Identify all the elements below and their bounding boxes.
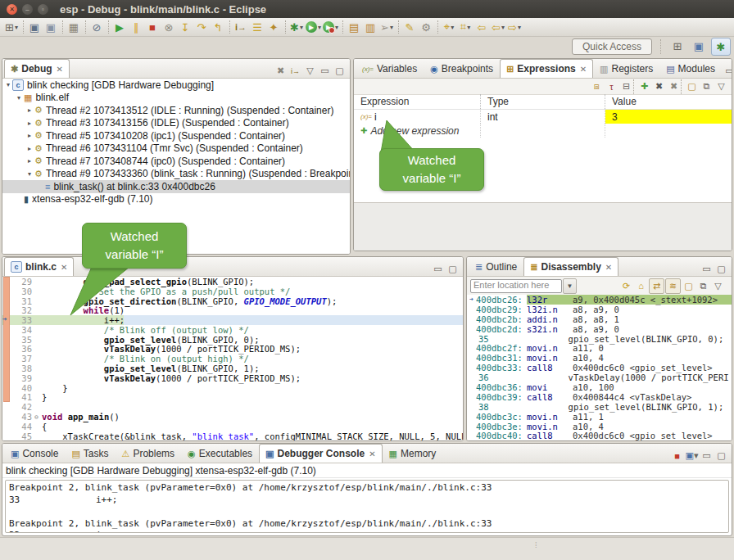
- display-console-button[interactable]: ▣▾: [685, 449, 699, 463]
- expression-name-cell[interactable]: (x)=i: [354, 110, 481, 124]
- disassembly-line[interactable]: 35 gpio_set_level(BLINK_GPIO, 0);: [467, 334, 732, 344]
- refresh-button[interactable]: ⟳: [619, 279, 633, 293]
- code-line-41[interactable]: 41}: [2, 393, 463, 403]
- tab-executables[interactable]: ◉Executables: [181, 444, 259, 463]
- tab-blink-c[interactable]: c blink.c ✕: [4, 257, 74, 276]
- cpp-perspective-button[interactable]: ▣: [690, 38, 708, 54]
- remove-all-terminated-button[interactable]: ✖: [274, 64, 288, 78]
- minimize-button[interactable]: ▭: [700, 262, 714, 276]
- expression-detail-pane[interactable]: [354, 202, 732, 251]
- disassembly-line[interactable]: ➜400dbc26:l32ra9, 0x400d045c <_stext+109…: [467, 295, 732, 305]
- debug-tree-item[interactable]: ≡blink_task() at blink.c:33 0x400dbc26: [2, 180, 350, 193]
- step-over-button[interactable]: ↷: [194, 20, 209, 34]
- code-line-39[interactable]: 39 vTaskDelay(1000 / portTICK_PERIOD_MS)…: [2, 373, 463, 383]
- tab-debug[interactable]: ✱ Debug ✕: [4, 59, 70, 78]
- dropdown-arrow-icon[interactable]: ▾: [467, 24, 470, 31]
- maximize-button[interactable]: ▢: [446, 262, 460, 276]
- save-button[interactable]: ▣: [27, 20, 42, 34]
- disassembly-line[interactable]: 400dbc36:movia10, 100: [467, 382, 732, 392]
- disassembly-line[interactable]: 400dbc40:call80x400dc6c0 <gpio_set_level…: [467, 431, 732, 440]
- minimize-button[interactable]: ▭: [700, 449, 714, 463]
- debug-tree-item[interactable]: ▮xtensa-esp32-elf-gdb (7.10): [2, 193, 350, 206]
- add-expression-row[interactable]: ✚ Add new expression: [354, 124, 732, 138]
- instruction-stepping-button[interactable]: i→: [233, 20, 248, 34]
- link-view-button[interactable]: ⧉: [696, 279, 710, 293]
- resume-button[interactable]: ▶: [112, 20, 127, 34]
- run-button[interactable]: ▶▾: [306, 20, 321, 34]
- code-line-40[interactable]: 40 }: [2, 383, 463, 393]
- step-filters-button[interactable]: ✦: [266, 20, 281, 34]
- debug-tree-item[interactable]: ▸⚙Thread #5 1073410208 (ipc1) (Suspended…: [2, 129, 350, 142]
- dropdown-arrow-icon[interactable]: ▾: [451, 24, 454, 31]
- column-header-expression[interactable]: Expression: [354, 94, 481, 109]
- disconnect-button[interactable]: ⊗: [161, 20, 176, 34]
- code-line-43[interactable]: 43⊖void app_main(): [2, 412, 463, 422]
- flash-target-button[interactable]: ➢▾: [379, 20, 394, 34]
- show-type-names-button[interactable]: τ: [605, 79, 618, 93]
- open-new-view-button[interactable]: ⧉: [700, 79, 714, 93]
- expression-value-cell[interactable]: 3: [605, 110, 732, 124]
- collapse-all-button[interactable]: ⊟: [619, 79, 633, 93]
- column-header-type[interactable]: Type: [481, 94, 605, 109]
- code-line-36[interactable]: 36 vTaskDelay(1000 / portTICK_PERIOD_MS)…: [2, 345, 463, 355]
- show-logical-structure-button[interactable]: ⧈: [590, 79, 604, 93]
- expression-type-cell[interactable]: int: [481, 110, 605, 124]
- dropdown-arrow-icon[interactable]: ▾: [518, 24, 521, 31]
- disassembly-line[interactable]: 400dbc29:l32i.na8, a9, 0: [467, 305, 732, 314]
- close-icon[interactable]: ✕: [369, 449, 375, 458]
- window-minimize-button[interactable]: –: [22, 4, 33, 15]
- scroll-lock-button[interactable]: ⌗▾: [458, 20, 473, 34]
- save-all-button[interactable]: ▣: [43, 20, 58, 34]
- view-menu-button[interactable]: ▽: [714, 79, 728, 93]
- remove-all-expressions-button[interactable]: ✖: [667, 79, 681, 93]
- quick-access-box[interactable]: Quick Access: [572, 38, 652, 55]
- tab-tasks[interactable]: ▤Tasks: [65, 444, 115, 463]
- new-view-button[interactable]: ▢: [685, 79, 699, 93]
- window-maximize-button[interactable]: ▫: [38, 4, 48, 15]
- open-connection-button[interactable]: ▤: [347, 20, 361, 34]
- tab-console[interactable]: ▣Console: [4, 444, 65, 463]
- dropdown-arrow-icon[interactable]: ▾: [15, 24, 18, 31]
- terminate-button[interactable]: ■: [145, 20, 160, 34]
- debug-perspective-button[interactable]: ✱: [711, 38, 731, 56]
- debug-tree-item[interactable]: ▾cblink checking [GDB Hardware Debugging…: [2, 79, 350, 92]
- maximize-button[interactable]: ▢: [333, 64, 347, 78]
- maximize-button[interactable]: ▢: [714, 262, 728, 276]
- debug-tree-item[interactable]: ▸⚙Thread #7 1073408744 (ipc0) (Suspended…: [2, 155, 350, 168]
- profile-button[interactable]: ▶▾: [323, 20, 338, 34]
- code-line-35[interactable]: 35 gpio_set_level(BLINK_GPIO, 0);: [2, 335, 463, 345]
- pin-console-button[interactable]: ⌖▾: [442, 20, 456, 34]
- tab-variables[interactable]: (x)=Variables: [356, 59, 424, 78]
- forward-button[interactable]: ⇨▾: [507, 20, 522, 34]
- code-line-29[interactable]: 29 gpio_pad_select_gpio(BLINK_GPIO);: [2, 277, 463, 287]
- tab-disassembly[interactable]: ≣Disassembly✕: [523, 257, 618, 276]
- disassembly-line[interactable]: 400dbc2d:s32i.na8, a9, 0: [467, 324, 732, 334]
- code-line-34[interactable]: 34 /* Blink off (output low) */: [2, 325, 463, 335]
- show-source-button[interactable]: ≋: [665, 278, 681, 294]
- tab-registers[interactable]: ▥Registers: [593, 59, 659, 78]
- back-button[interactable]: ⇦▾: [491, 20, 505, 34]
- tab-memory[interactable]: ▦Memory: [383, 444, 443, 463]
- show-debug-views-button[interactable]: ☰: [250, 20, 265, 34]
- code-line-32[interactable]: 32 while(1): [2, 305, 463, 315]
- sync-context-button[interactable]: ⇄: [649, 278, 664, 294]
- paintbrush-button[interactable]: ✎: [402, 20, 417, 34]
- close-icon[interactable]: ✕: [57, 65, 63, 74]
- code-line-44[interactable]: 44{: [2, 422, 463, 431]
- disassembly-line[interactable]: 400dbc39:call80x400844c4 <vTaskDelay>: [467, 392, 732, 402]
- new-wizard-button[interactable]: ⊞▾: [4, 20, 19, 34]
- open-perspective-button[interactable]: ⊞: [668, 38, 686, 54]
- tab-breakpoints[interactable]: ◉Breakpoints: [424, 59, 500, 78]
- dropdown-arrow-icon[interactable]: ▾: [335, 24, 338, 31]
- dropdown-arrow-icon[interactable]: ▾: [501, 24, 505, 31]
- gear-button[interactable]: ⚙: [419, 20, 433, 34]
- tab-outline[interactable]: ≣Outline: [469, 257, 523, 276]
- close-icon[interactable]: ✕: [605, 263, 612, 272]
- tab-debugger-console[interactable]: ▣Debugger Console✕: [259, 444, 382, 463]
- column-header-value[interactable]: Value: [605, 94, 732, 109]
- window-close-button[interactable]: ✕: [7, 4, 17, 15]
- new-view-button[interactable]: ▢: [682, 279, 695, 293]
- minimize-button[interactable]: ▭: [723, 64, 732, 78]
- tab-modules[interactable]: ▤Modules: [659, 59, 722, 78]
- disassembly-line[interactable]: 38 gpio_set_level(BLINK_GPIO, 1);: [467, 402, 732, 412]
